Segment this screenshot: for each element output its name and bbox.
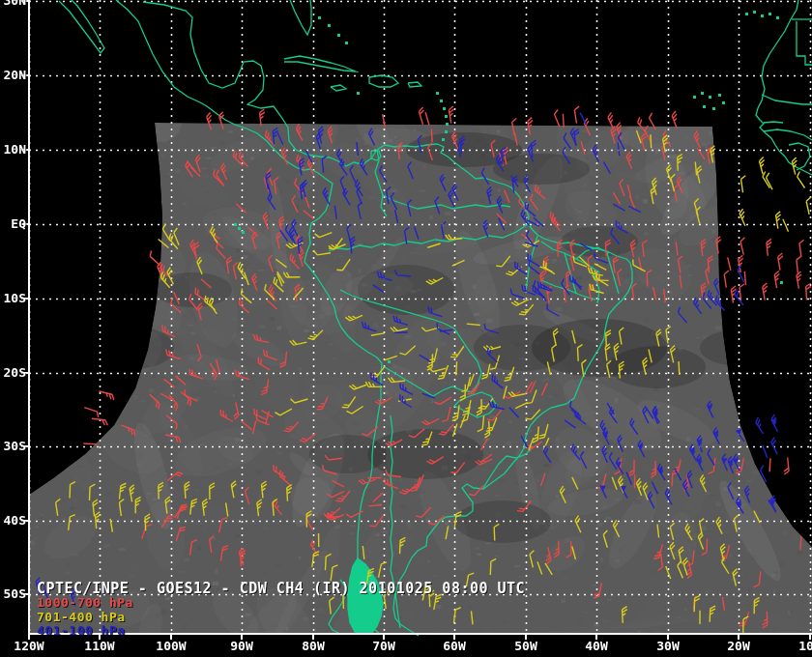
lon-label-50W: 50W: [505, 640, 547, 652]
lon-label-100W: 100W: [150, 640, 192, 652]
lon-label-110W: 110W: [78, 640, 121, 652]
lon-label-70W: 70W: [362, 640, 405, 652]
lon-label-20W: 20W: [717, 640, 760, 652]
lon-label-60W: 60W: [433, 640, 476, 652]
lon-label-10W: 10W: [789, 640, 812, 652]
lat-label-30N: 30N: [0, 0, 26, 7]
goes-cdw-map-page: { "title": {"text": "CPTEC/INPE - GOES12…: [0, 0, 812, 657]
legend-item-mid: 701-400 hPa: [37, 610, 126, 624]
lon-label-80W: 80W: [292, 640, 334, 652]
legend-item-low: 1000-700 hPa: [37, 595, 133, 610]
lat-label-50S: 50S: [0, 587, 26, 600]
lon-label-30W: 30W: [647, 640, 689, 652]
lat-label-10S: 10S: [0, 292, 26, 304]
lon-label-40W: 40W: [575, 640, 618, 652]
lon-label-90W: 90W: [220, 640, 263, 652]
satellite-wind-map-canvas: [0, 0, 812, 657]
legend-item-high: 401-100 hPa: [37, 623, 126, 638]
lon-label-120W: 120W: [8, 640, 50, 652]
lat-label-20S: 20S: [0, 366, 26, 379]
lat-label-10N: 10N: [0, 143, 26, 156]
lat-label-40S: 40S: [0, 514, 26, 527]
lat-label-EQ: EQ: [0, 217, 26, 230]
lat-label-20N: 20N: [0, 69, 26, 81]
lat-label-30S: 30S: [0, 440, 26, 452]
